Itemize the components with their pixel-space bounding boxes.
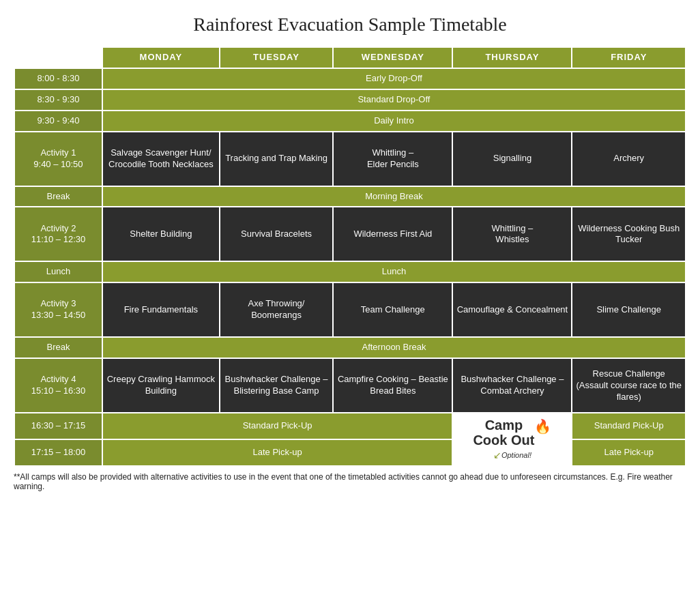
afternoon-break-row: Break Afternoon Break bbox=[14, 337, 686, 358]
standard-pickup-label-right: Standard Pick-Up bbox=[572, 413, 686, 439]
activity4-wed: Campfire Cooking – Beastie Bread Bites bbox=[333, 358, 452, 413]
activity2-fri: Wilderness Cooking Bush Tucker bbox=[572, 207, 686, 261]
logo-line2: Cook Out bbox=[473, 433, 534, 448]
late-pickup-label-left: Late Pick-up bbox=[102, 439, 452, 466]
day-wednesday: WEDNESDAY bbox=[333, 47, 452, 68]
header-row: MONDAY TUESDAY WEDNESDAY THURSDAY FRIDAY bbox=[14, 47, 686, 68]
activity3-wed: Team Challenge bbox=[333, 282, 452, 337]
morning-break-label: Morning Break bbox=[102, 186, 686, 207]
activity4-row: Activity 4 15:10 – 16:30 Creepy Crawling… bbox=[14, 358, 686, 413]
standard-dropoff-label: Standard Drop-Off bbox=[102, 89, 686, 111]
activity1-fri: Archery bbox=[572, 132, 686, 186]
timetable: MONDAY TUESDAY WEDNESDAY THURSDAY FRIDAY… bbox=[14, 46, 686, 467]
activity1-wed: Whittling – Elder Pencils bbox=[333, 132, 452, 186]
time-early-dropoff: 8:00 - 8:30 bbox=[14, 68, 102, 89]
activity1-thu: Signalling bbox=[452, 132, 572, 186]
morning-break-row: Break Morning Break bbox=[14, 186, 686, 207]
time-standard-pickup: 16:30 – 17:15 bbox=[14, 413, 102, 439]
activity4-thu: Bushwhacker Challenge – Combat Archery bbox=[452, 358, 572, 413]
activity3-thu: Camouflage & Concealment bbox=[452, 282, 572, 337]
time-activity2: Activity 2 11:10 – 12:30 bbox=[14, 207, 102, 261]
lunch-row: Lunch Lunch bbox=[14, 261, 686, 282]
logo-cell: Camp Cook Out 🔥 ↙ Optional! bbox=[452, 413, 572, 466]
activity2-thu: Whittling – Whistles bbox=[452, 207, 572, 261]
activity3-fri: Slime Challenge bbox=[572, 282, 686, 337]
standard-dropoff-row: 8:30 - 9:30 Standard Drop-Off bbox=[14, 89, 686, 111]
optional-label: Optional! bbox=[501, 450, 531, 460]
activity2-tue: Survival Bracelets bbox=[220, 207, 334, 261]
page-title: Rainforest Evacuation Sample Timetable bbox=[14, 14, 686, 35]
standard-pickup-row: 16:30 – 17:15 Standard Pick-Up Camp Cook… bbox=[14, 413, 686, 439]
time-daily-intro: 9:30 - 9:40 bbox=[14, 111, 102, 132]
time-activity3: Activity 3 13:30 – 14:50 bbox=[14, 282, 102, 337]
early-dropoff-label: Early Drop-Off bbox=[102, 68, 686, 89]
daily-intro-row: 9:30 - 9:40 Daily Intro bbox=[14, 111, 686, 132]
day-friday: FRIDAY bbox=[572, 47, 686, 68]
time-afternoon-break: Break bbox=[14, 337, 102, 358]
activity1-mon: Salvage Scavenger Hunt/ Crocodile Tooth … bbox=[102, 132, 220, 186]
fire-icon: 🔥 bbox=[534, 418, 551, 435]
activity3-mon: Fire Fundamentals bbox=[102, 282, 220, 337]
time-standard-dropoff: 8:30 - 9:30 bbox=[14, 89, 102, 111]
day-tuesday: TUESDAY bbox=[220, 47, 334, 68]
activity1-row: Activity 1 9:40 – 10:50 Salvage Scavenge… bbox=[14, 132, 686, 186]
lunch-label: Lunch bbox=[102, 261, 686, 282]
day-thursday: THURSDAY bbox=[452, 47, 572, 68]
time-lunch: Lunch bbox=[14, 261, 102, 282]
activity3-tue: Axe Throwing/ Boomerangs bbox=[220, 282, 334, 337]
activity3-row: Activity 3 13:30 – 14:50 Fire Fundamenta… bbox=[14, 282, 686, 337]
activity4-mon: Creepy Crawling Hammock Building bbox=[102, 358, 220, 413]
early-dropoff-row: 8:00 - 8:30 Early Drop-Off bbox=[14, 68, 686, 89]
afternoon-break-label: Afternoon Break bbox=[102, 337, 686, 358]
footnote: **All camps will also be provided with a… bbox=[14, 472, 686, 491]
time-morning-break: Break bbox=[14, 186, 102, 207]
standard-pickup-label-left: Standard Pick-Up bbox=[102, 413, 452, 439]
day-monday: MONDAY bbox=[102, 47, 220, 68]
arrow-icon: ↙ bbox=[493, 449, 501, 461]
activity2-mon: Shelter Building bbox=[102, 207, 220, 261]
activity4-tue: Bushwhacker Challenge – Blistering Base … bbox=[220, 358, 334, 413]
time-activity1: Activity 1 9:40 – 10:50 bbox=[14, 132, 102, 186]
activity1-tue: Tracking and Trap Making bbox=[220, 132, 334, 186]
activity2-wed: Wilderness First Aid bbox=[333, 207, 452, 261]
activity4-fri: Rescue Challenge (Assault course race to… bbox=[572, 358, 686, 413]
time-late-pickup: 17:15 – 18:00 bbox=[14, 439, 102, 466]
logo-line1: Camp bbox=[473, 418, 534, 433]
daily-intro-label: Daily Intro bbox=[102, 111, 686, 132]
activity2-row: Activity 2 11:10 – 12:30 Shelter Buildin… bbox=[14, 207, 686, 261]
late-pickup-row: 17:15 – 18:00 Late Pick-up Late Pick-up bbox=[14, 439, 686, 466]
late-pickup-label-right: Late Pick-up bbox=[572, 439, 686, 466]
time-activity4: Activity 4 15:10 – 16:30 bbox=[14, 358, 102, 413]
